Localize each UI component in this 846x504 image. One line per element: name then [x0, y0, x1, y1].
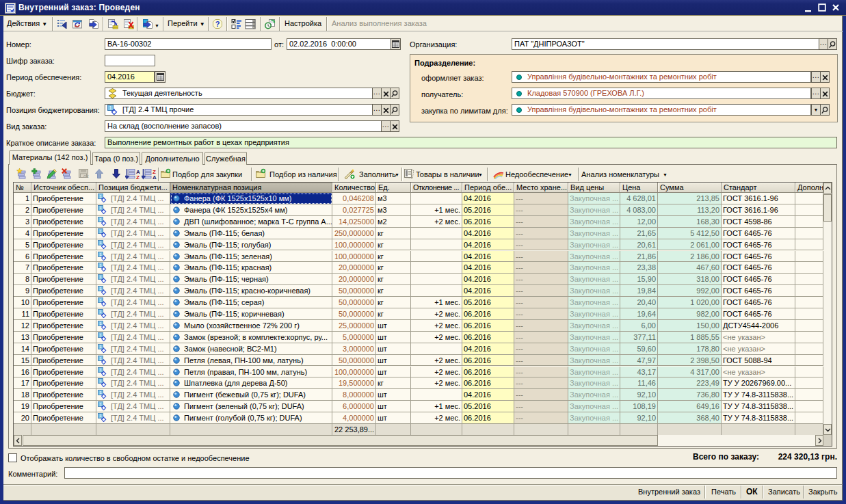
svg-text:1: 1	[109, 105, 112, 110]
svg-text:ОК: ОК	[83, 174, 89, 178]
svg-text:А: А	[153, 174, 157, 180]
svg-text:?: ?	[215, 20, 220, 28]
svg-text:Z: Z	[136, 174, 140, 180]
